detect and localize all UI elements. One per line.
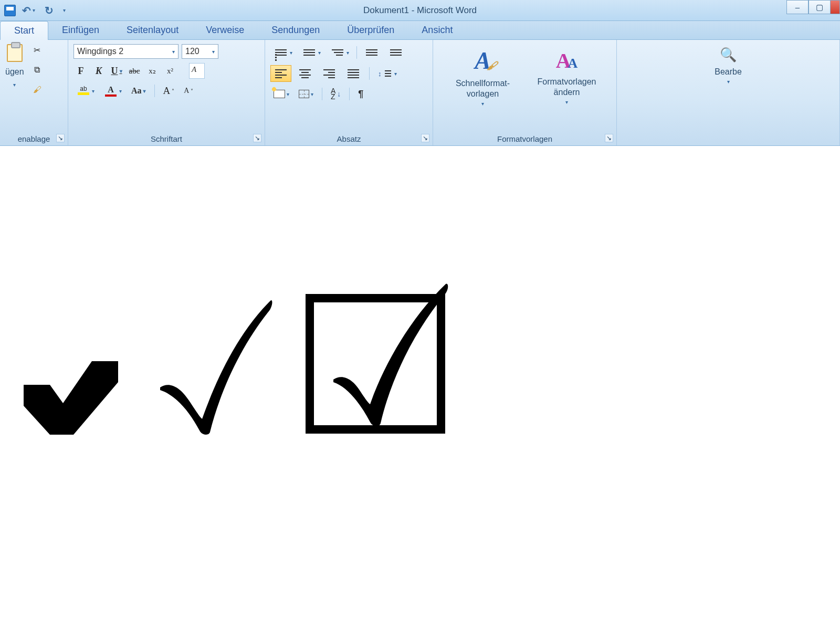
multilevel-button[interactable]: ▾ bbox=[327, 44, 352, 61]
multilevel-icon bbox=[330, 46, 345, 59]
highlight-button[interactable]: ab ▾ bbox=[74, 83, 98, 99]
group-label-styles: Formatvorlagen ↘ bbox=[438, 132, 611, 143]
align-right-button[interactable] bbox=[319, 65, 340, 82]
document-content bbox=[21, 282, 819, 435]
paragraph-launcher[interactable]: ↘ bbox=[421, 134, 429, 142]
font-launcher[interactable]: ↘ bbox=[253, 134, 261, 142]
group-paragraph: ▾ ▾ ▾ ↕ ▾ ▾ ▾ bbox=[265, 40, 433, 145]
group-label-font: Schriftart ↘ bbox=[74, 132, 259, 143]
sort-icon: AZ bbox=[331, 88, 335, 100]
quick-access-toolbar: ↶ ▾ ↻ ▾ bbox=[0, 2, 69, 19]
bold-button[interactable]: F bbox=[74, 64, 88, 78]
tab-einfuegen[interactable]: Einfügen bbox=[48, 21, 113, 39]
copy-button[interactable]: ⧉ bbox=[32, 64, 43, 76]
find-button[interactable]: 🔍 Bearbe ▾ bbox=[622, 44, 834, 87]
tab-ueberpruefen[interactable]: Überprüfen bbox=[333, 21, 408, 39]
tab-seitenlayout[interactable]: Seitenlayout bbox=[113, 21, 192, 39]
align-left-icon bbox=[274, 67, 288, 80]
undo-button[interactable]: ↶ ▾ bbox=[19, 2, 38, 19]
font-name-dropdown-icon: ▾ bbox=[172, 49, 175, 55]
increase-indent-button[interactable] bbox=[385, 44, 406, 61]
change-case-button[interactable]: Aa▾ bbox=[128, 84, 149, 98]
checkbox-checked-icon bbox=[304, 282, 452, 435]
group-label-editing bbox=[622, 141, 834, 143]
styles-launcher[interactable]: ↘ bbox=[605, 134, 613, 142]
align-center-icon bbox=[298, 67, 312, 80]
maximize-button[interactable]: ▢ bbox=[808, 0, 831, 14]
subscript-button[interactable]: x₂ bbox=[145, 64, 160, 78]
superscript-button[interactable]: x² bbox=[163, 64, 177, 78]
font-color-icon: A bbox=[108, 85, 114, 94]
redo-button[interactable]: ↻ bbox=[41, 2, 57, 19]
line-spacing-dropdown-icon: ▾ bbox=[394, 71, 397, 77]
shading-button[interactable]: ▾ bbox=[270, 88, 292, 100]
bullets-button[interactable]: ▾ bbox=[270, 44, 296, 61]
tab-verweise[interactable]: Verweise bbox=[192, 21, 258, 39]
align-left-button[interactable] bbox=[270, 65, 291, 82]
binoculars-icon: 🔍 bbox=[720, 47, 737, 63]
quick-styles-button[interactable]: A🖌 Schnellformat- vorlagen ▾ bbox=[444, 44, 522, 109]
document-area[interactable] bbox=[0, 146, 840, 456]
editing-label: Bearbe bbox=[715, 67, 742, 77]
italic-button[interactable]: K bbox=[91, 64, 106, 78]
underline-button[interactable]: U▾ bbox=[109, 64, 124, 78]
font-color-button[interactable]: A ▾ bbox=[101, 83, 125, 99]
highlight-dropdown-icon: ▾ bbox=[92, 88, 94, 94]
ribbon: ügen ▾ ✂ ⧉ 🖌 enablage ↘ Wingdings 2 ▾ 12 bbox=[0, 40, 840, 146]
shrink-font-button[interactable]: A˅ bbox=[181, 85, 196, 97]
borders-dropdown-icon: ▾ bbox=[311, 91, 313, 97]
redo-icon: ↻ bbox=[45, 4, 54, 17]
justify-button[interactable] bbox=[343, 65, 364, 82]
brush-icon: 🖌 bbox=[33, 85, 41, 94]
group-label-clipboard: enablage ↘ bbox=[5, 132, 62, 143]
font-size-combo[interactable]: 120 ▾ bbox=[182, 44, 218, 59]
tab-ansicht[interactable]: Ansicht bbox=[408, 21, 466, 39]
change-styles-icon: AA bbox=[556, 48, 578, 73]
numbering-icon bbox=[302, 46, 317, 59]
window-controls: – ▢ bbox=[786, 0, 840, 14]
find-dropdown-icon: ▾ bbox=[727, 79, 730, 85]
sort-button[interactable]: AZ ↓ bbox=[328, 86, 344, 102]
case-dropdown-icon: ▾ bbox=[143, 88, 146, 94]
align-right-icon bbox=[322, 67, 337, 80]
group-font: Wingdings 2 ▾ 120 ▾ F K U▾ abc x₂ x² bbox=[68, 40, 265, 145]
justify-icon bbox=[346, 67, 361, 80]
tab-start[interactable]: Start bbox=[0, 21, 48, 40]
change-styles-button[interactable]: AA Formatvorlagen ändern ▾ bbox=[528, 46, 606, 107]
close-button[interactable] bbox=[831, 0, 840, 14]
underline-dropdown-icon: ▾ bbox=[120, 68, 122, 74]
cut-button[interactable]: ✂ bbox=[32, 44, 43, 56]
align-center-button[interactable] bbox=[295, 65, 316, 82]
strikethrough-button[interactable]: abc bbox=[127, 64, 142, 78]
font-color-dropdown-icon: ▾ bbox=[119, 88, 122, 94]
checkmark-bold-icon bbox=[21, 356, 121, 435]
line-spacing-icon: ↕ bbox=[378, 70, 382, 78]
change-styles-dropdown-icon: ▾ bbox=[565, 99, 568, 105]
highlight-icon: ab bbox=[80, 85, 87, 92]
qat-customize-dropdown[interactable]: ▾ bbox=[60, 5, 69, 15]
show-marks-button[interactable]: ¶ bbox=[355, 87, 366, 102]
multilevel-dropdown-icon: ▾ bbox=[346, 50, 349, 56]
clipboard-launcher[interactable]: ↘ bbox=[56, 134, 65, 142]
clear-formatting-button[interactable] bbox=[189, 63, 205, 79]
save-button[interactable] bbox=[4, 5, 16, 16]
paste-dropdown-icon[interactable]: ▾ bbox=[13, 82, 16, 88]
shading-dropdown-icon: ▾ bbox=[287, 91, 289, 97]
ribbon-tabs: Start Einfügen Seitenlayout Verweise Sen… bbox=[0, 21, 840, 40]
format-painter-button[interactable]: 🖌 bbox=[32, 84, 43, 96]
copy-icon: ⧉ bbox=[34, 65, 40, 75]
font-name-combo[interactable]: Wingdings 2 ▾ bbox=[74, 44, 178, 59]
paste-button[interactable]: ügen ▾ bbox=[5, 44, 24, 88]
grow-font-button[interactable]: A˄ bbox=[160, 83, 178, 99]
group-editing: 🔍 Bearbe ▾ bbox=[617, 40, 840, 145]
group-label-paragraph: Absatz ↘ bbox=[270, 132, 427, 143]
shading-icon bbox=[274, 90, 285, 98]
tab-sendungen[interactable]: Sendungen bbox=[258, 21, 333, 39]
window-title: Dokument1 - Microsoft Word bbox=[0, 5, 840, 16]
undo-dropdown-icon[interactable]: ▾ bbox=[33, 7, 35, 13]
numbering-button[interactable]: ▾ bbox=[299, 44, 324, 61]
borders-button[interactable]: ▾ bbox=[296, 88, 317, 100]
line-spacing-button[interactable]: ↕ ▾ bbox=[375, 65, 400, 82]
decrease-indent-button[interactable] bbox=[361, 44, 382, 61]
minimize-button[interactable]: – bbox=[786, 0, 808, 14]
